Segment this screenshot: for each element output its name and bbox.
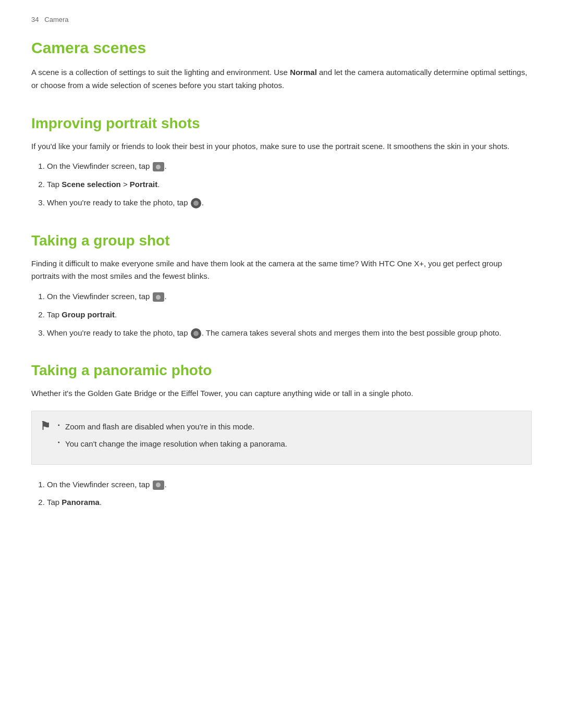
scene-selection-label: Scene selection [62,180,120,189]
group-shot-steps: On the Viewfinder screen, tap . Tap Grou… [47,290,532,339]
improving-portrait-steps: On the Viewfinder screen, tap . Tap Scen… [47,160,532,209]
camera-scenes-heading: Camera scenes [31,39,532,57]
panoramic-step-1: On the Viewfinder screen, tap . [47,478,532,491]
camera-icon-1 [153,162,164,171]
improving-portrait-heading: Improving portrait shots [31,115,532,132]
camera-scenes-body: A scene is a collection of settings to s… [31,66,532,92]
page-number: 34 Camera [31,16,532,23]
panorama-label: Panorama [62,498,100,507]
panoramic-steps: On the Viewfinder screen, tap . Tap Pano… [47,478,532,510]
section-group-shot: Taking a group shot Finding it difficult… [31,232,532,340]
group-step-3: When you're ready to take the photo, tap… [47,327,532,340]
portrait-label: Portrait [130,180,157,189]
group-shot-body: Finding it difficult to make everyone sm… [31,257,532,283]
group-step-2: Tap Group portrait. [47,309,532,322]
camera-icon-3 [153,480,164,490]
improving-portrait-body: If you'd like your family or friends to … [31,140,532,153]
section-panoramic: Taking a panoramic photo Whether it's th… [31,362,532,509]
portrait-step-1: On the Viewfinder screen, tap . [47,160,532,173]
panoramic-note-box: ⚑ Zoom and flash are disabled when you'r… [31,411,532,465]
normal-label: Normal [290,68,317,77]
group-shot-heading: Taking a group shot [31,232,532,249]
panoramic-body: Whether it's the Golden Gate Bridge or t… [31,387,532,400]
shutter-icon-1 [191,198,201,208]
section-improving-portrait: Improving portrait shots If you'd like y… [31,115,532,209]
portrait-step-3: When you're ready to take the photo, tap… [47,196,532,209]
panoramic-heading: Taking a panoramic photo [31,362,532,379]
note-flag-icon: ⚑ [40,419,51,433]
group-step-1: On the Viewfinder screen, tap . [47,290,532,303]
panoramic-note-1: Zoom and flash are disabled when you're … [58,421,521,434]
panoramic-note-2: You can't change the image resolution wh… [58,438,521,451]
panoramic-step-2: Tap Panorama. [47,496,532,509]
group-portrait-label: Group portrait [62,310,115,319]
panoramic-notes-list: Zoom and flash are disabled when you're … [58,421,521,451]
shutter-icon-2 [191,328,201,339]
portrait-step-2: Tap Scene selection > Portrait. [47,178,532,191]
camera-icon-2 [153,292,164,302]
section-camera-scenes: Camera scenes A scene is a collection of… [31,39,532,92]
